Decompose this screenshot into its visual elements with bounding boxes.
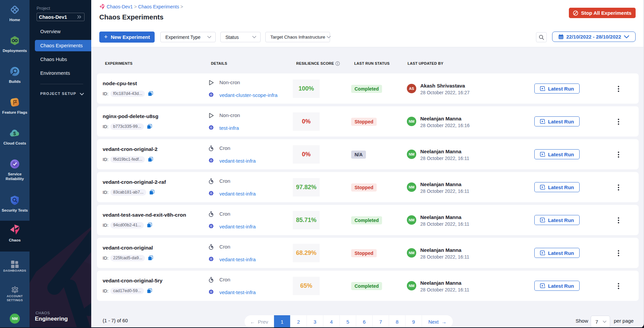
svg-text:$: $	[13, 131, 16, 136]
